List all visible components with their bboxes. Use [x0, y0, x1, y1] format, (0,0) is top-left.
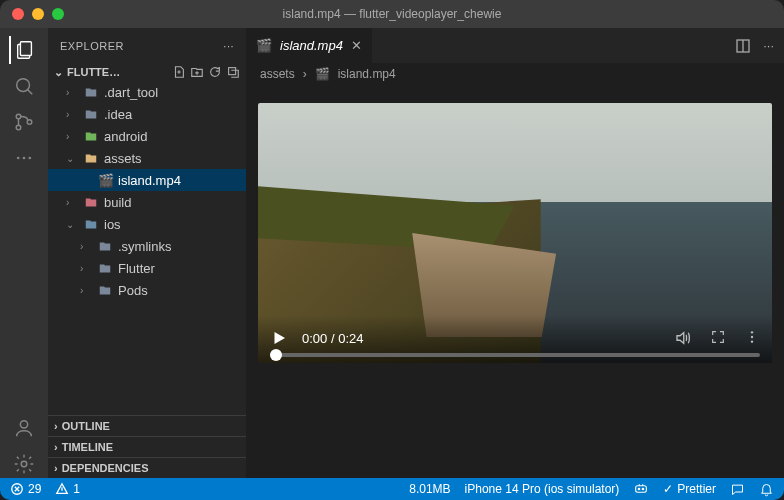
section-label: DEPENDENCIES	[62, 462, 149, 474]
folder-item[interactable]: ⌄ios	[48, 213, 246, 235]
tab-label: island.mp4	[280, 38, 343, 53]
status-warnings[interactable]: 1	[55, 482, 80, 496]
folder-item[interactable]: ⌄assets	[48, 147, 246, 169]
play-icon[interactable]	[270, 329, 288, 347]
volume-icon[interactable]	[674, 329, 692, 347]
folder-icon	[98, 239, 114, 253]
status-device[interactable]: iPhone 14 Pro (ios simulator)	[465, 482, 620, 496]
chevron-icon: ›	[80, 263, 94, 274]
folder-item[interactable]: ›Pods	[48, 279, 246, 301]
svg-point-6	[23, 157, 26, 160]
new-file-icon[interactable]	[172, 65, 186, 79]
activity-bar	[0, 28, 48, 478]
video-controls: 0:00 / 0:24	[258, 315, 772, 363]
video-preview[interactable]: 0:00 / 0:24	[258, 103, 772, 363]
breadcrumb-seg-1[interactable]: island.mp4	[338, 67, 396, 81]
node-label: Pods	[118, 283, 148, 298]
section-dependencies[interactable]: ›DEPENDENCIES	[48, 457, 246, 478]
status-errors[interactable]: 29	[10, 482, 41, 496]
folder-icon	[98, 283, 114, 297]
chevron-right-icon: ›	[54, 462, 58, 474]
video-menu-icon[interactable]	[744, 329, 760, 347]
section-outline[interactable]: ›OUTLINE	[48, 415, 246, 436]
refresh-icon[interactable]	[208, 65, 222, 79]
svg-rect-16	[636, 486, 647, 493]
tab-overflow-icon[interactable]: ···	[763, 38, 774, 54]
collapse-all-icon[interactable]	[226, 65, 240, 79]
settings-icon[interactable]	[10, 450, 38, 478]
status-bar: 29 1 8.01MB iPhone 14 Pro (ios simulator…	[0, 478, 784, 500]
tab-bar: 🎬 island.mp4 ✕ ···	[246, 28, 784, 63]
svg-point-2	[16, 114, 21, 119]
explorer-sidebar: EXPLORER ··· ⌄ FLUTTE… ›.dart_tool›.idea…	[48, 28, 246, 478]
feedback-icon[interactable]	[730, 482, 745, 497]
node-label: assets	[104, 151, 142, 166]
node-label: android	[104, 129, 147, 144]
tab-island[interactable]: 🎬 island.mp4 ✕	[246, 28, 373, 63]
source-control-icon[interactable]	[10, 108, 38, 136]
node-label: .symlinks	[118, 239, 171, 254]
node-label: build	[104, 195, 131, 210]
search-icon[interactable]	[10, 72, 38, 100]
chevron-down-icon: ⌄	[54, 66, 63, 79]
svg-point-4	[27, 120, 32, 125]
video-time: 0:00 / 0:24	[302, 331, 363, 346]
svg-point-8	[20, 421, 27, 428]
breadcrumb[interactable]: assets › 🎬 island.mp4	[246, 63, 784, 85]
folder-item[interactable]: ›android	[48, 125, 246, 147]
close-tab-icon[interactable]: ✕	[351, 38, 362, 53]
chevron-icon: ›	[80, 241, 94, 252]
node-label: Flutter	[118, 261, 155, 276]
folder-item[interactable]: ›build	[48, 191, 246, 213]
svg-rect-10	[229, 68, 236, 75]
new-folder-icon[interactable]	[190, 65, 204, 79]
folder-item[interactable]: ›.symlinks	[48, 235, 246, 257]
folder-item[interactable]: ›Flutter	[48, 257, 246, 279]
account-icon[interactable]	[10, 414, 38, 442]
svg-point-18	[643, 488, 645, 490]
file-icon: 🎬	[315, 67, 330, 81]
bell-icon[interactable]	[759, 482, 774, 497]
node-label: island.mp4	[118, 173, 181, 188]
svg-point-7	[29, 157, 32, 160]
file-item[interactable]: 🎬island.mp4	[48, 169, 246, 191]
chevron-icon: ›	[80, 285, 94, 296]
svg-point-3	[16, 125, 21, 130]
folder-icon	[84, 151, 100, 165]
explorer-icon[interactable]	[9, 36, 37, 64]
status-memory[interactable]: 8.01MB	[409, 482, 450, 496]
folder-icon	[84, 217, 100, 231]
copilot-icon[interactable]	[633, 481, 649, 497]
chevron-icon: ›	[66, 109, 80, 120]
minimize-window[interactable]	[32, 8, 44, 20]
section-label: OUTLINE	[62, 420, 110, 432]
node-label: ios	[104, 217, 121, 232]
video-progress[interactable]	[270, 353, 760, 357]
editor-main: 🎬 island.mp4 ✕ ··· assets › 🎬 island.mp4	[246, 28, 784, 478]
file-icon: 🎬	[256, 38, 272, 53]
split-editor-icon[interactable]	[735, 38, 751, 54]
folder-item[interactable]: ›.idea	[48, 103, 246, 125]
project-label: FLUTTE…	[67, 66, 120, 78]
chevron-icon: ›	[66, 131, 80, 142]
more-icon[interactable]	[10, 144, 38, 172]
status-prettier[interactable]: ✓ Prettier	[663, 482, 716, 496]
explorer-title: EXPLORER	[60, 40, 124, 52]
window-title: island.mp4 — flutter_videoplayer_chewie	[283, 7, 502, 21]
fullscreen-window[interactable]	[52, 8, 64, 20]
fullscreen-icon[interactable]	[710, 329, 726, 347]
section-timeline[interactable]: ›TIMELINE	[48, 436, 246, 457]
explorer-overflow-icon[interactable]: ···	[223, 40, 234, 52]
file-icon: 🎬	[98, 173, 114, 188]
breadcrumb-seg-0[interactable]: assets	[260, 67, 295, 81]
svg-point-5	[17, 157, 20, 160]
chevron-right-icon: ›	[54, 420, 58, 432]
chevron-icon: ⌄	[66, 153, 80, 164]
section-label: TIMELINE	[62, 441, 113, 453]
folder-item[interactable]: ›.dart_tool	[48, 81, 246, 103]
svg-point-13	[751, 336, 753, 338]
project-header[interactable]: ⌄ FLUTTE…	[48, 63, 246, 81]
svg-point-1	[17, 79, 30, 92]
chevron-icon: ⌄	[66, 219, 80, 230]
close-window[interactable]	[12, 8, 24, 20]
